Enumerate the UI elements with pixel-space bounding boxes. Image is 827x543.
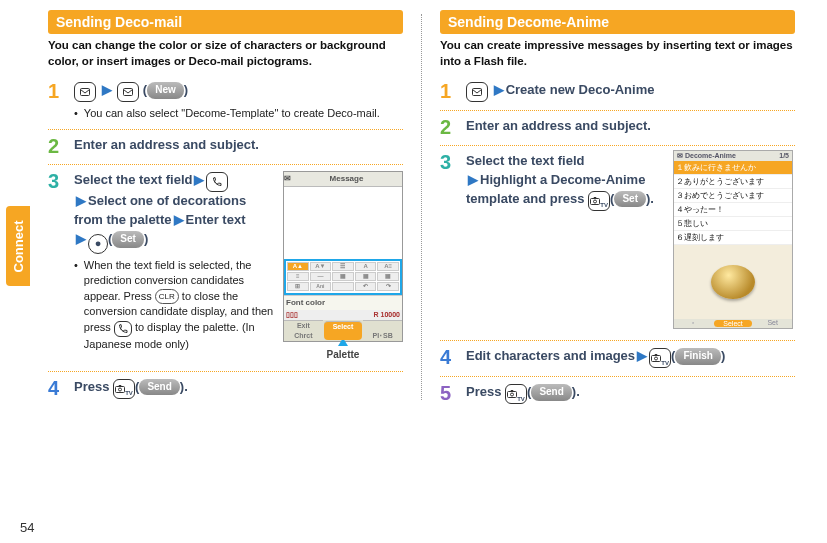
r-step3-line1: Select the text field: [466, 153, 584, 168]
step-number: 2: [48, 136, 66, 156]
palette-label: Font color: [284, 295, 402, 310]
separator: [48, 129, 403, 130]
step-number: 4: [48, 378, 66, 399]
column-divider: [421, 14, 422, 400]
template-list: １飲みに行きませんか ２ありがとうございます ３おめでとうございます ４やったー…: [674, 161, 792, 245]
palette-grid: A▲A▼☰AA≡ ≡―▦▦▦ ⊞Ani↶↷: [284, 259, 402, 295]
separator: [48, 164, 403, 165]
separator: [440, 376, 795, 377]
arrow-icon: ▶: [635, 348, 649, 363]
camera-key-icon: TV: [113, 379, 135, 399]
softkey-send: Send: [531, 384, 571, 401]
camera-key-icon: TV: [588, 191, 610, 211]
svg-rect-9: [508, 392, 517, 398]
left-step-1: 1 ▶ (New) You can also select "Decome-Te…: [48, 81, 403, 121]
arrow-icon: ▶: [74, 193, 88, 208]
right-step-3: 3 Select the text field ▶Highlight a Dec…: [440, 152, 795, 332]
svg-point-10: [511, 393, 514, 396]
call-key-icon: [114, 321, 132, 337]
right-step-4: 4 Edit characters and images▶TV(Finish): [440, 347, 795, 368]
svg-point-8: [655, 357, 658, 360]
svg-rect-0: [81, 89, 90, 96]
mail-icon: [466, 82, 488, 102]
arrow-icon: ▶: [74, 231, 88, 246]
arrow-icon: ▶: [492, 82, 506, 97]
arrow-icon: ▶: [100, 82, 114, 97]
step-number: 5: [440, 383, 458, 404]
step-number: 1: [48, 81, 66, 121]
svg-point-3: [119, 388, 122, 391]
svg-point-6: [594, 200, 597, 203]
left-step-4: 4 Press TV(Send).: [48, 378, 403, 399]
left-step-3: 3 Select the text field▶ ▶Select one of …: [48, 171, 403, 362]
palette-figure: ✉Message A▲A▼☰AA≡ ≡―▦▦▦ ⊞Ani↶↷ Font colo…: [283, 171, 403, 362]
softkey-set: Set: [112, 231, 144, 248]
screen-title: ✉Message: [284, 172, 402, 187]
clr-key: CLR: [155, 289, 179, 304]
r-step1-text: Create new Deco-Anime: [506, 82, 655, 97]
right-step-1: 1 ▶Create new Deco-Anime: [440, 81, 795, 102]
step-number: 3: [48, 171, 66, 362]
svg-rect-4: [473, 89, 482, 96]
separator: [440, 340, 795, 341]
svg-rect-7: [652, 356, 661, 362]
arrow-icon: ▶: [172, 212, 186, 227]
right-step-2: 2 Enter an address and subject.: [440, 117, 795, 137]
page-number: 54: [20, 520, 34, 535]
separator: [440, 110, 795, 111]
step2-text: Enter an address and subject.: [74, 136, 403, 156]
message-area: [284, 187, 402, 259]
left-step-2: 2 Enter an address and subject.: [48, 136, 403, 156]
figure-caption: Palette: [283, 348, 403, 363]
step3-line1a: Select the text field: [74, 172, 192, 187]
template-preview: [674, 245, 792, 319]
softkey-send: Send: [139, 379, 179, 396]
softkey-finish: Finish: [675, 348, 720, 365]
svg-rect-2: [116, 386, 125, 392]
center-key-icon: ●: [88, 234, 108, 254]
mail-icon: [117, 82, 139, 102]
right-intro: You can create impressive messages by in…: [440, 38, 795, 69]
left-intro: You can change the color or size of char…: [48, 38, 403, 69]
step1-note: You can also select "Decome-Template" to…: [84, 106, 380, 121]
step-number: 2: [440, 117, 458, 137]
softkey-bar: ◦SelectSet: [674, 319, 792, 328]
separator: [48, 371, 403, 372]
r-step4-text: Edit characters and images: [466, 348, 635, 363]
camera-key-icon: TV: [505, 384, 527, 404]
softkey-bar: ExitChrct Select PI･SB: [284, 320, 402, 341]
arrow-icon: ▶: [192, 172, 206, 187]
right-title: Sending Decome-Anime: [440, 10, 795, 34]
separator: [440, 145, 795, 146]
step-number: 1: [440, 81, 458, 102]
left-column: Sending Deco-mail You can change the col…: [48, 10, 403, 404]
svg-rect-1: [124, 89, 133, 96]
left-title: Sending Deco-mail: [48, 10, 403, 34]
step-number: 4: [440, 347, 458, 368]
arrow-icon: ▶: [466, 172, 480, 187]
r-step2-text: Enter an address and subject.: [466, 117, 795, 137]
step-number: 3: [440, 152, 458, 332]
step3-note: When the text field is selected, the pre…: [84, 258, 275, 352]
right-column: Sending Decome-Anime You can create impr…: [440, 10, 795, 404]
svg-rect-5: [591, 198, 600, 204]
template-figure: ✉ Decome-Anime1/5 １飲みに行きませんか ２ありがとうございます…: [673, 150, 793, 329]
page: Sending Deco-mail You can change the col…: [0, 0, 827, 404]
camera-key-icon: TV: [649, 348, 671, 368]
ring-icon: [711, 265, 755, 299]
softkey-new: New: [147, 82, 184, 99]
step3-line2b: Enter text: [186, 212, 246, 227]
softkey-set: Set: [614, 191, 646, 208]
status-bar: ▯▯▯R 10000: [284, 310, 402, 320]
right-step-5: 5 Press TV(Send).: [440, 383, 795, 404]
call-key-icon: [206, 172, 228, 192]
mail-icon: [74, 82, 96, 102]
